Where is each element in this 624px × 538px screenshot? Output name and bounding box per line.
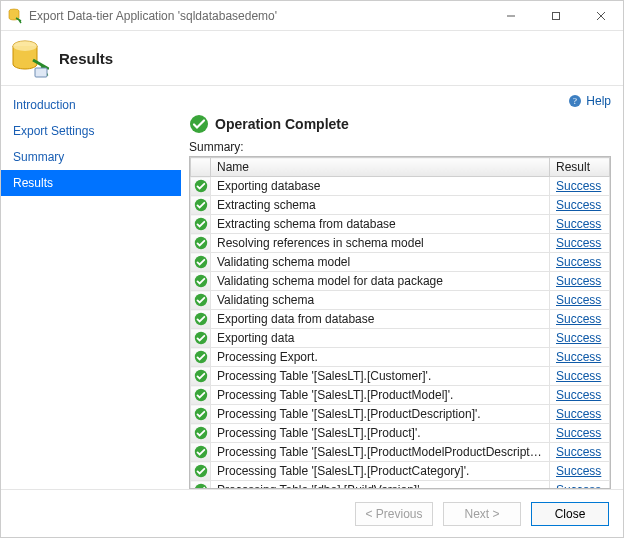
table-row[interactable]: Exporting data from databaseSuccess — [191, 310, 610, 329]
row-result: Success — [550, 291, 610, 310]
row-name: Exporting data — [211, 329, 550, 348]
svg-rect-2 — [552, 12, 559, 19]
row-status-icon — [191, 443, 211, 462]
table-row[interactable]: Validating schema model for data package… — [191, 272, 610, 291]
result-link[interactable]: Success — [556, 217, 601, 231]
row-name: Processing Table '[dbo].[BuildVersion]'. — [211, 481, 550, 490]
column-header-name[interactable]: Name — [211, 158, 550, 177]
close-button[interactable]: Close — [531, 502, 609, 526]
table-row[interactable]: Resolving references in schema modelSucc… — [191, 234, 610, 253]
result-link[interactable]: Success — [556, 255, 601, 269]
summary-label: Summary: — [189, 140, 611, 154]
close-window-button[interactable] — [578, 1, 623, 31]
row-name: Processing Table '[SalesLT].[ProductCate… — [211, 462, 550, 481]
help-link[interactable]: Help — [586, 94, 611, 108]
result-link[interactable]: Success — [556, 464, 601, 478]
app-icon — [7, 8, 23, 24]
result-link[interactable]: Success — [556, 407, 601, 421]
table-row[interactable]: Exporting dataSuccess — [191, 329, 610, 348]
column-header-result[interactable]: Result — [550, 158, 610, 177]
table-row[interactable]: Processing Table '[SalesLT].[Product]'.S… — [191, 424, 610, 443]
table-row[interactable]: Validating schema modelSuccess — [191, 253, 610, 272]
table-row[interactable]: Exporting databaseSuccess — [191, 177, 610, 196]
row-name: Processing Table '[SalesLT].[ProductDesc… — [211, 405, 550, 424]
row-result: Success — [550, 367, 610, 386]
table-row[interactable]: Extracting schemaSuccess — [191, 196, 610, 215]
row-result: Success — [550, 234, 610, 253]
table-row[interactable]: Processing Export.Success — [191, 348, 610, 367]
maximize-button[interactable] — [533, 1, 578, 31]
table-row[interactable]: Processing Table '[SalesLT].[ProductDesc… — [191, 405, 610, 424]
table-row[interactable]: Validating schemaSuccess — [191, 291, 610, 310]
result-link[interactable]: Success — [556, 331, 601, 345]
result-link[interactable]: Success — [556, 293, 601, 307]
result-link[interactable]: Success — [556, 426, 601, 440]
sidebar-item-summary[interactable]: Summary — [1, 144, 181, 170]
row-status-icon — [191, 234, 211, 253]
row-status-icon — [191, 310, 211, 329]
row-result: Success — [550, 481, 610, 490]
table-row[interactable]: Processing Table '[dbo].[BuildVersion]'.… — [191, 481, 610, 490]
row-result: Success — [550, 424, 610, 443]
row-status-icon — [191, 196, 211, 215]
row-result: Success — [550, 310, 610, 329]
row-status-icon — [191, 462, 211, 481]
result-link[interactable]: Success — [556, 445, 601, 459]
sidebar-item-export-settings[interactable]: Export Settings — [1, 118, 181, 144]
table-row[interactable]: Extracting schema from databaseSuccess — [191, 215, 610, 234]
table-row[interactable]: Processing Table '[SalesLT].[ProductCate… — [191, 462, 610, 481]
result-link[interactable]: Success — [556, 179, 601, 193]
page-title: Results — [59, 50, 113, 67]
row-name: Processing Export. — [211, 348, 550, 367]
row-result: Success — [550, 253, 610, 272]
row-name: Exporting data from database — [211, 310, 550, 329]
row-status-icon — [191, 367, 211, 386]
page-header: Results — [1, 31, 623, 85]
footer: < Previous Next > Close — [1, 489, 623, 537]
row-result: Success — [550, 215, 610, 234]
row-status-icon — [191, 272, 211, 291]
results-grid[interactable]: Name Result Exporting databaseSuccessExt… — [189, 156, 611, 489]
table-row[interactable]: Processing Table '[SalesLT].[Customer]'.… — [191, 367, 610, 386]
main-panel: ? Help Operation Complete Summary: Name … — [181, 86, 623, 489]
minimize-button[interactable] — [488, 1, 533, 31]
row-result: Success — [550, 443, 610, 462]
row-name: Validating schema model for data package — [211, 272, 550, 291]
status-row: Operation Complete — [189, 114, 611, 134]
svg-rect-7 — [35, 68, 47, 77]
result-link[interactable]: Success — [556, 198, 601, 212]
row-status-icon — [191, 348, 211, 367]
row-result: Success — [550, 348, 610, 367]
row-status-icon — [191, 177, 211, 196]
help-icon: ? — [568, 94, 582, 108]
row-status-icon — [191, 405, 211, 424]
row-name: Validating schema model — [211, 253, 550, 272]
row-name: Extracting schema — [211, 196, 550, 215]
row-status-icon — [191, 424, 211, 443]
row-status-icon — [191, 215, 211, 234]
row-name: Exporting database — [211, 177, 550, 196]
result-link[interactable]: Success — [556, 236, 601, 250]
result-link[interactable]: Success — [556, 274, 601, 288]
row-status-icon — [191, 253, 211, 272]
row-name: Processing Table '[SalesLT].[ProductMode… — [211, 386, 550, 405]
row-result: Success — [550, 462, 610, 481]
result-link[interactable]: Success — [556, 388, 601, 402]
row-result: Success — [550, 405, 610, 424]
sidebar-item-introduction[interactable]: Introduction — [1, 92, 181, 118]
sidebar-item-results[interactable]: Results — [1, 170, 181, 196]
grid-corner — [191, 158, 211, 177]
header-database-icon — [9, 38, 49, 78]
result-link[interactable]: Success — [556, 369, 601, 383]
row-result: Success — [550, 196, 610, 215]
row-status-icon — [191, 481, 211, 490]
result-link[interactable]: Success — [556, 312, 601, 326]
svg-point-6 — [13, 41, 37, 51]
sidebar: IntroductionExport SettingsSummaryResult… — [1, 86, 181, 489]
row-name: Processing Table '[SalesLT].[Product]'. — [211, 424, 550, 443]
table-row[interactable]: Processing Table '[SalesLT].[ProductMode… — [191, 443, 610, 462]
row-name: Processing Table '[SalesLT].[Customer]'. — [211, 367, 550, 386]
table-row[interactable]: Processing Table '[SalesLT].[ProductMode… — [191, 386, 610, 405]
success-icon — [189, 114, 209, 134]
result-link[interactable]: Success — [556, 350, 601, 364]
